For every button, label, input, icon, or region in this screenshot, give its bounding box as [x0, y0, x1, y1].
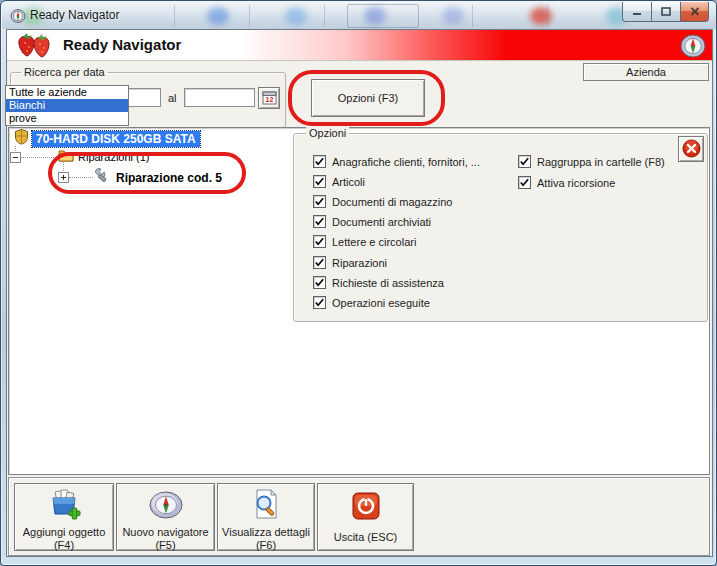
checkbox-label: Operazioni eseguite	[332, 297, 430, 309]
button-key-label: (F6)	[256, 539, 276, 552]
company-option-prove[interactable]: prove	[6, 112, 128, 125]
view-details-button[interactable]: Visualizza dettagli (F6)	[217, 483, 315, 551]
checkbox-richieste-assistenza[interactable]: Richieste di assistenza	[313, 276, 444, 289]
checkbox-checked-icon[interactable]	[313, 296, 326, 309]
tree-node-riparazione-cod5[interactable]: Riparazione cod. 5	[58, 167, 222, 188]
page-title: Ready Navigator	[63, 36, 181, 53]
titlebar-separator	[249, 5, 250, 27]
title-bar: Ready Navigator	[2, 2, 716, 29]
background-toolbar-button-outline	[347, 4, 419, 28]
add-object-icon	[46, 488, 82, 526]
checkbox-anagrafiche[interactable]: Anagrafiche clienti, fornitori, ...	[313, 155, 480, 168]
compass-icon	[680, 33, 706, 63]
tree-connector	[21, 157, 58, 158]
checkbox-label: Attiva ricorsione	[537, 177, 615, 189]
checkbox-riparazioni[interactable]: Riparazioni	[313, 256, 387, 269]
compass-icon	[147, 488, 185, 526]
button-key-label: (F5)	[155, 539, 175, 552]
checkbox-raggruppa-cartelle[interactable]: Raggruppa in cartelle (F8)	[518, 155, 665, 168]
checkbox-label: Lettere e circolari	[332, 236, 416, 248]
tree-connector	[69, 177, 93, 178]
checkbox-attiva-ricorsione[interactable]: Attiva ricorsione	[518, 176, 615, 189]
date-search-legend: Ricerca per data	[21, 66, 108, 78]
checkbox-checked-icon[interactable]	[313, 235, 326, 248]
close-button[interactable]	[680, 2, 709, 22]
app-compass-icon	[10, 8, 26, 28]
tree-node-label[interactable]: Riparazione cod. 5	[116, 171, 222, 185]
company-option-bianchi[interactable]: Bianchi	[6, 99, 128, 112]
titlebar-separator	[472, 5, 473, 27]
checkbox-label: Documenti archiviati	[332, 216, 431, 228]
button-key-label: (F4)	[54, 539, 74, 552]
collapse-expander-icon[interactable]	[10, 152, 21, 163]
checkbox-documenti-archiviati[interactable]: Documenti archiviati	[313, 215, 431, 228]
svg-text:12: 12	[265, 96, 273, 103]
button-label: Uscita (ESC)	[334, 531, 398, 544]
tree-node-label[interactable]: Riparazioni (1)	[78, 151, 150, 163]
date-to-input[interactable]	[184, 88, 255, 107]
calendar-picker-button[interactable]: 12	[258, 87, 280, 109]
close-circle-icon	[682, 139, 701, 160]
window-controls	[622, 2, 709, 22]
app-banner: Ready Navigator	[7, 30, 712, 61]
titlebar-separator	[324, 5, 325, 27]
app-window: Ready Navigator	[0, 0, 717, 566]
exit-button[interactable]: Uscita (ESC)	[317, 483, 414, 551]
button-label: Nuovo navigatore	[122, 526, 208, 539]
company-option-tutte[interactable]: Tutte le aziende	[6, 86, 128, 99]
button-label: Visualizza dettagli	[222, 526, 310, 539]
checkbox-checked-icon[interactable]	[518, 176, 531, 189]
checkbox-checked-icon[interactable]	[313, 256, 326, 269]
blurred-icon	[207, 7, 229, 25]
checkbox-checked-icon[interactable]	[313, 155, 326, 168]
button-label: Aggiungi oggetto	[23, 526, 106, 539]
wrench-icon	[93, 167, 110, 188]
checkbox-label: Raggruppa in cartelle (F8)	[537, 156, 665, 168]
checkbox-label: Documenti di magazzino	[332, 196, 452, 208]
titlebar-separator	[174, 5, 175, 27]
checkbox-label: Richieste di assistenza	[332, 277, 444, 289]
tree-root-row[interactable]: 70-HARD DISK 250GB SATA	[13, 128, 200, 149]
view-details-icon	[249, 488, 283, 526]
company-dropdown-list: Tutte le aziende Bianchi prove	[5, 85, 129, 126]
maximize-button[interactable]	[651, 2, 680, 22]
titlebar-separator	[547, 5, 548, 27]
strawberries-icon	[15, 31, 55, 64]
new-navigator-button[interactable]: Nuovo navigatore (F5)	[116, 483, 215, 551]
checkbox-checked-icon[interactable]	[313, 215, 326, 228]
checkbox-checked-icon[interactable]	[313, 276, 326, 289]
add-object-button[interactable]: Aggiungi oggetto (F4)	[14, 483, 114, 551]
options-legend: Opzioni	[306, 127, 349, 139]
options-button[interactable]: Opzioni (F3)	[311, 79, 425, 117]
checkbox-checked-icon[interactable]	[313, 175, 326, 188]
checkbox-label: Articoli	[332, 176, 365, 188]
calendar-icon: 12	[262, 90, 277, 107]
checkbox-checked-icon[interactable]	[313, 195, 326, 208]
tree-root-label[interactable]: 70-HARD DISK 250GB SATA	[32, 131, 200, 147]
checkbox-label: Riparazioni	[332, 257, 387, 269]
minimize-button[interactable]	[622, 2, 651, 22]
folder-icon	[58, 148, 74, 166]
checkbox-lettere-circolari[interactable]: Lettere e circolari	[313, 235, 416, 248]
blurred-icon	[442, 7, 464, 25]
checkbox-operazioni-eseguite[interactable]: Operazioni eseguite	[313, 296, 430, 309]
close-options-button[interactable]	[678, 136, 704, 162]
blurred-icon	[285, 7, 307, 25]
checkbox-label: Anagrafiche clienti, fornitori, ...	[332, 156, 480, 168]
expand-expander-icon[interactable]	[58, 172, 69, 183]
power-icon	[351, 491, 381, 525]
checkbox-checked-icon[interactable]	[518, 155, 531, 168]
checkbox-documenti-magazzino[interactable]: Documenti di magazzino	[313, 195, 452, 208]
blurred-icon	[530, 7, 552, 25]
checkbox-articoli[interactable]: Articoli	[313, 175, 365, 188]
tree-node-riparazioni[interactable]: Riparazioni (1)	[10, 148, 150, 166]
azienda-label: Azienda	[583, 63, 709, 81]
window-title: Ready Navigator	[30, 8, 119, 22]
date-to-label: al	[168, 92, 177, 104]
